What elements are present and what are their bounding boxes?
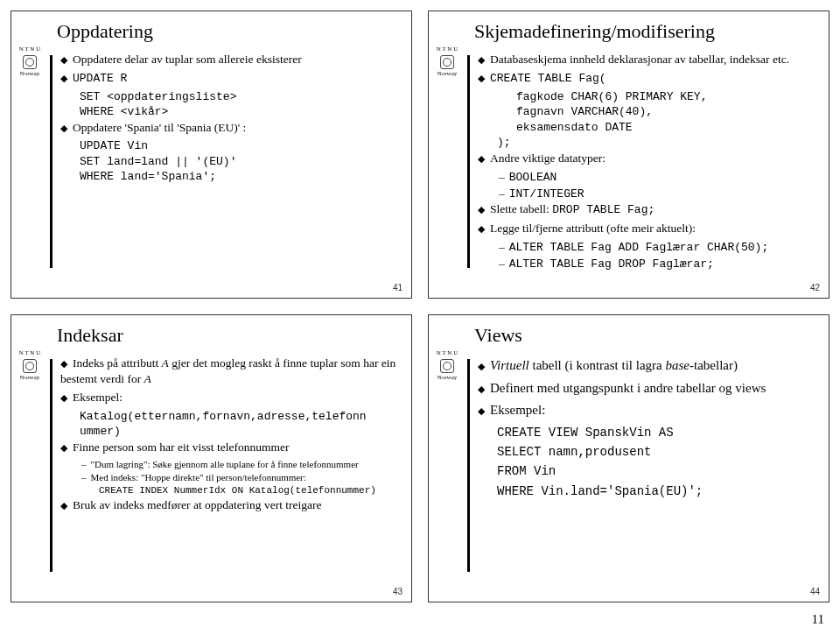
bullet: Legge til/fjerne attributt (ofte meir ak… — [478, 221, 816, 236]
code-line: WHERE land='Spania'; — [60, 169, 399, 185]
sub-bullet: BOOLEAN — [499, 169, 816, 186]
slide-number: 43 — [393, 587, 402, 596]
logo-top: N T N U — [434, 350, 460, 357]
code-line: ); — [478, 135, 816, 151]
page-number: 11 — [812, 612, 824, 627]
bullet: Databaseskjema innheld deklarasjonar av … — [478, 52, 816, 67]
slide-grid: N T N U Norway Oppdatering Oppdatere del… — [0, 0, 840, 634]
sub-bullet: ALTER TABLE Fag DROP Faglærar; — [499, 256, 816, 272]
slide-number: 41 — [393, 283, 402, 292]
logo-icon — [23, 359, 37, 373]
bullet: CREATE TABLE Fag( — [478, 70, 816, 87]
sub-bullet: INT/INTEGER — [499, 186, 816, 202]
logo-bottom: Norway — [17, 375, 43, 382]
bullet: Slette tabell: DROP TABLE Fag; — [478, 201, 816, 218]
code-line: CREATE VIEW SpanskVin AS — [497, 423, 816, 442]
code-line: eksamensdato DATE — [478, 120, 816, 136]
bullet: Indeks på attributt A gjer det mogleg ra… — [60, 356, 399, 387]
logo-bottom: Norway — [434, 71, 460, 78]
bullet: Eksempel: — [60, 390, 399, 405]
sub-bullet: ALTER TABLE Fag ADD Faglærar CHAR(50); — [499, 239, 816, 256]
vertical-rule — [50, 55, 52, 268]
vertical-rule — [50, 359, 52, 572]
bullet: Finne person som har eit visst telefonnu… — [60, 440, 399, 455]
logo-bottom: Norway — [434, 375, 460, 382]
bullet: Definert med utgangspunkt i andre tabell… — [478, 378, 816, 398]
bullet: Virtuell tabell (i kontrast til lagra ba… — [478, 356, 816, 376]
slide-title: Views — [474, 324, 816, 347]
bullet: Oppdatere delar av tuplar som allereie e… — [60, 52, 399, 67]
code-line: FROM Vin — [497, 461, 816, 481]
bullet: Bruk av indeks medfører at oppdatering v… — [60, 497, 399, 513]
ntnu-logo: N T N U Norway — [17, 46, 43, 77]
code-line: ummer) — [60, 424, 399, 440]
ntnu-logo: N T N U Norway — [17, 350, 43, 381]
ntnu-logo: N T N U Norway — [434, 350, 460, 381]
code-line: UPDATE Vin — [60, 138, 399, 154]
logo-icon — [440, 55, 454, 69]
code-line: SET <oppdateringsliste> — [60, 89, 399, 105]
slide-number: 42 — [810, 283, 820, 292]
logo-top: N T N U — [17, 350, 43, 357]
sub-bullet: "Dum lagring": Søke gjennom alle tuplane… — [81, 458, 399, 471]
logo-icon — [440, 359, 454, 373]
code-line: fagkode CHAR(6) PRIMARY KEY, — [478, 89, 816, 105]
bullet: Andre viktige datatyper: — [478, 151, 816, 166]
vertical-rule — [467, 55, 470, 268]
code-line: SET land=land || '(EU)' — [60, 154, 399, 170]
code-line: CREATE INDEX NummerIdx ON Katalog(telefo… — [60, 484, 399, 497]
code-line: SELECT namn,produsent — [497, 442, 816, 461]
slide-43: N T N U Norway Indeksar Indeks på attrib… — [10, 314, 412, 602]
code-line: Katalog(etternamn,fornavn,adresse,telefo… — [60, 409, 399, 425]
slide-42: N T N U Norway Skjemadefinering/modifise… — [428, 11, 830, 299]
slide-content: Indeks på attributt A gjer det mogleg ra… — [60, 356, 399, 516]
slide-content: Databaseskjema innheld deklarasjonar av … — [478, 52, 816, 271]
code-line: WHERE <vikår> — [60, 104, 399, 120]
slide-content: Virtuell tabell (i kontrast til lagra ba… — [478, 356, 816, 501]
logo-top: N T N U — [17, 46, 43, 53]
vertical-rule — [467, 359, 470, 572]
slide-44: N T N U Norway Views Virtuell tabell (i … — [428, 314, 830, 602]
ntnu-logo: N T N U Norway — [434, 46, 460, 77]
slide-content: Oppdatere delar av tuplar som allereie e… — [60, 52, 399, 185]
logo-icon — [23, 55, 37, 69]
logo-top: N T N U — [434, 46, 460, 53]
code-line: WHERE Vin.land='Spania(EU)'; — [497, 482, 816, 501]
bullet: UPDATE R — [60, 70, 399, 87]
sub-bullet: Med indeks: "Hoppe direkte" til person/t… — [81, 471, 399, 484]
logo-bottom: Norway — [17, 71, 43, 78]
bullet: Eksempel: — [478, 400, 816, 420]
bullet: Oppdatere 'Spania' til 'Spania (EU)' : — [60, 120, 399, 136]
slide-title: Indeksar — [57, 324, 399, 347]
slide-number: 44 — [810, 587, 820, 596]
slide-title: Oppdatering — [57, 20, 399, 43]
slide-title: Skjemadefinering/modifisering — [474, 20, 816, 43]
code-line: fagnavn VARCHAR(40), — [478, 104, 816, 120]
slide-41: N T N U Norway Oppdatering Oppdatere del… — [10, 11, 412, 299]
